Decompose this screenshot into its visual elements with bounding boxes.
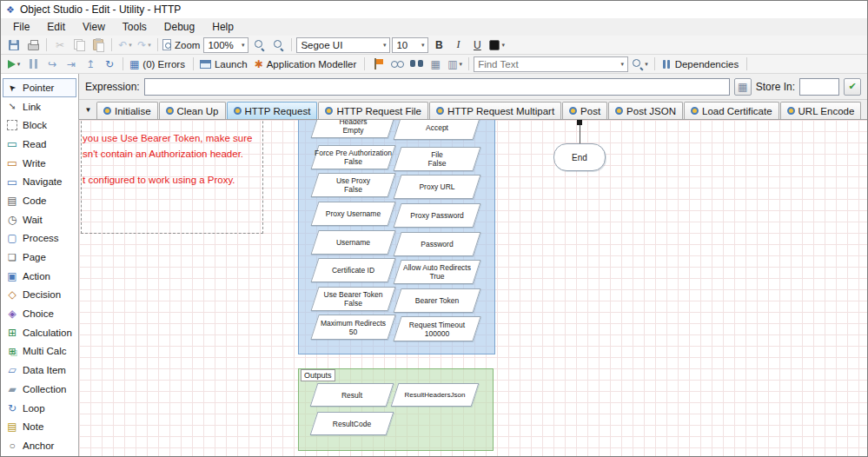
expression-builder-button[interactable]: ▦ bbox=[734, 78, 752, 96]
undo-button[interactable]: ↶▾ bbox=[116, 36, 134, 54]
tab-http-request-multipart[interactable]: HTTP Request Multipart bbox=[429, 102, 561, 119]
flag-icon bbox=[374, 58, 383, 70]
palette-item-action[interactable]: ▣Action bbox=[3, 267, 76, 286]
data-item-force-pre-authorization[interactable]: Force Pre AuthorizationFalse bbox=[315, 145, 392, 169]
cut-button[interactable]: ✂ bbox=[51, 36, 69, 54]
data-item-request-timeout[interactable]: Request Timeout100000 bbox=[397, 316, 477, 341]
store-in-apply-button[interactable]: ✔ bbox=[844, 78, 861, 96]
pause-icon bbox=[30, 59, 37, 69]
data-item-certificate-id[interactable]: Certificate ID bbox=[315, 258, 392, 282]
palette-item-write[interactable]: ▭Write bbox=[3, 154, 76, 173]
palette-item-choice[interactable]: ◈Choice bbox=[3, 304, 76, 323]
zoom-in-button[interactable] bbox=[250, 36, 268, 54]
tab-load-certificate[interactable]: Load Certificate bbox=[684, 102, 779, 119]
palette-item-pointer[interactable]: ➤Pointer bbox=[3, 78, 76, 97]
data-item-accept[interactable]: Accept bbox=[397, 120, 477, 140]
palette-item-link[interactable]: ➘Link bbox=[3, 97, 76, 116]
tab-list-dropdown[interactable]: ▼ bbox=[81, 102, 96, 119]
palette-item-note[interactable]: ▤Note bbox=[3, 417, 76, 436]
data-item-result-headers-json[interactable]: ResultHeadersJson bbox=[394, 383, 475, 407]
tab-initialise[interactable]: Initialise bbox=[96, 102, 158, 119]
font-size-combo[interactable]: 10 ▾ bbox=[392, 37, 428, 53]
breakpoint-flag-button[interactable] bbox=[369, 56, 387, 73]
tab-post[interactable]: Post bbox=[562, 102, 607, 119]
link-handle[interactable] bbox=[577, 120, 582, 125]
redo-button[interactable]: ↷▾ bbox=[136, 36, 153, 54]
store-in-input[interactable] bbox=[799, 78, 839, 96]
tab-url-encode[interactable]: URL Encode bbox=[780, 102, 862, 119]
save-button[interactable] bbox=[5, 36, 23, 54]
step-out-button[interactable]: ↥ bbox=[82, 56, 99, 73]
snap-grid-button[interactable]: ▥▾ bbox=[446, 56, 464, 73]
find-next-button[interactable]: ▾ bbox=[630, 56, 650, 73]
end-node[interactable]: End bbox=[553, 143, 606, 171]
italic-button[interactable]: I bbox=[449, 36, 467, 54]
data-item-file[interactable]: FileFalse bbox=[397, 147, 477, 171]
menu-file[interactable]: File bbox=[4, 19, 38, 35]
zoom-level-combo[interactable]: 100% ▾ bbox=[203, 37, 248, 53]
palette-item-read[interactable]: ▭Read bbox=[3, 135, 76, 154]
palette-item-block[interactable]: Block bbox=[3, 116, 76, 135]
data-item-proxy-username[interactable]: Proxy Username bbox=[315, 202, 392, 226]
step-over-button[interactable]: ↪ bbox=[43, 56, 61, 73]
flow-canvas[interactable]: you use Use Bearer Token, make sure sn't… bbox=[79, 120, 867, 457]
bold-button[interactable]: B bbox=[430, 36, 447, 54]
font-color-button[interactable]: ▾ bbox=[487, 36, 507, 54]
warning-note-1[interactable]: you use Use Bearer Token, make sure sn't… bbox=[83, 130, 252, 162]
errors-button[interactable]: ▦ (0) Errors bbox=[128, 56, 189, 73]
data-item-proxy-password[interactable]: Proxy Password bbox=[397, 203, 477, 228]
underline-button[interactable]: U bbox=[468, 36, 486, 54]
data-item-result-code[interactable]: ResultCode bbox=[314, 412, 390, 435]
play-button[interactable]: ▾ bbox=[5, 56, 23, 73]
pause-button[interactable] bbox=[24, 56, 42, 73]
launch-button[interactable]: Launch bbox=[198, 56, 251, 73]
tab-post-json[interactable]: Post JSON bbox=[608, 102, 683, 119]
search-button[interactable] bbox=[407, 56, 425, 73]
tab-http-request[interactable]: HTTP Request bbox=[227, 102, 318, 119]
data-item-headers[interactable]: HeadersEmpty bbox=[315, 120, 392, 138]
palette-item-collection[interactable]: ▰Collection bbox=[3, 380, 76, 399]
data-item-result[interactable]: Result bbox=[314, 383, 390, 407]
palette-item-decision[interactable]: ◇Decision bbox=[3, 286, 76, 305]
watch-button[interactable] bbox=[388, 56, 406, 73]
palette-item-code[interactable]: ▤Code bbox=[3, 191, 76, 210]
grid-view-button[interactable]: ▦ bbox=[427, 56, 444, 73]
menu-tools[interactable]: Tools bbox=[114, 19, 156, 35]
data-item-password[interactable]: Password bbox=[397, 232, 477, 256]
tab-http-request-file[interactable]: HTTP Request File bbox=[318, 102, 428, 119]
menu-edit[interactable]: Edit bbox=[38, 19, 74, 35]
menu-view[interactable]: View bbox=[74, 19, 114, 35]
palette-item-wait[interactable]: ◷Wait bbox=[3, 210, 76, 229]
palette-item-multi-calc[interactable]: ⊞Multi Calc bbox=[3, 342, 76, 361]
menu-debug[interactable]: Debug bbox=[156, 19, 203, 35]
data-item-maximum-redirects[interactable]: Maximum Redirects50 bbox=[315, 315, 392, 340]
tab-clean-up[interactable]: Clean Up bbox=[159, 102, 226, 119]
menu-help[interactable]: Help bbox=[203, 19, 242, 35]
zoom-out-button[interactable] bbox=[269, 36, 287, 54]
palette-item-navigate[interactable]: ▭Navigate bbox=[3, 172, 76, 191]
data-item-username[interactable]: Username bbox=[315, 230, 392, 255]
dependencies-button[interactable]: Dependencies bbox=[659, 56, 743, 73]
palette-item-process[interactable]: ▢Process bbox=[3, 229, 76, 248]
expression-input[interactable] bbox=[144, 78, 730, 96]
data-item-bearer-token[interactable]: Bearer Token bbox=[397, 288, 477, 313]
palette-item-loop[interactable]: ↻Loop bbox=[3, 399, 76, 418]
find-text-combo[interactable]: ▾ bbox=[474, 56, 628, 72]
palette-item-anchor[interactable]: ○Anchor bbox=[3, 436, 76, 455]
palette-item-calculation[interactable]: ⊞Calculation bbox=[3, 323, 76, 342]
warning-note-2[interactable]: t configured to work using a Proxy. bbox=[83, 172, 235, 188]
application-modeller-button[interactable]: ✱ Application Modeller bbox=[253, 56, 361, 73]
data-item-allow-auto-redirects[interactable]: Allow Auto RedirectsTrue bbox=[397, 260, 477, 284]
data-item-use-bearer-token[interactable]: Use Bearer TokenFalse bbox=[315, 287, 392, 311]
data-item-proxy-url[interactable]: Proxy URL bbox=[397, 175, 477, 199]
reset-button[interactable]: ↻ bbox=[101, 56, 118, 73]
step-into-button[interactable]: ⇥ bbox=[63, 56, 80, 73]
palette-item-page[interactable]: ❏Page bbox=[3, 248, 76, 267]
font-family-combo[interactable]: Segoe UI ▾ bbox=[296, 37, 390, 53]
paste-button[interactable] bbox=[89, 36, 107, 54]
find-text-input[interactable] bbox=[478, 59, 616, 70]
copy-button[interactable] bbox=[70, 36, 88, 54]
print-button[interactable] bbox=[24, 36, 42, 54]
data-item-use-proxy[interactable]: Use ProxyFalse bbox=[315, 173, 392, 197]
palette-item-data-item[interactable]: ▱Data Item bbox=[3, 361, 76, 380]
